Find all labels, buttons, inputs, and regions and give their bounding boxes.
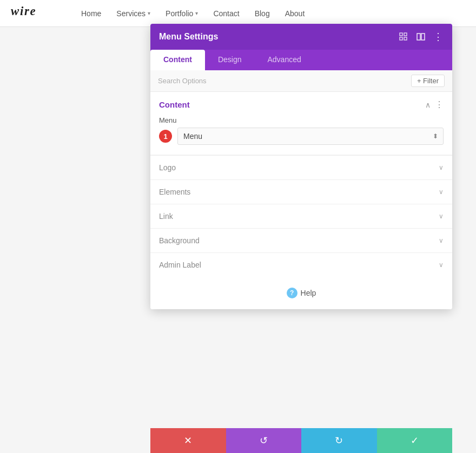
panel-search-bar: Search Options + Filter	[150, 70, 452, 92]
nav-about[interactable]: About	[285, 9, 305, 18]
accordion-logo-chevron-icon: ∨	[439, 164, 444, 171]
filter-button[interactable]: + Filter	[411, 75, 445, 87]
tab-advanced[interactable]: Advanced	[254, 50, 314, 70]
content-section: Content ∧ ⋮ Menu 1 Menu ⬍	[150, 92, 452, 155]
menu-field-label: Menu	[159, 116, 444, 124]
menu-settings-panel: Menu Settings ⋮ Content	[150, 24, 452, 309]
panel-tabs: Content Design Advanced	[150, 50, 452, 70]
undo-button[interactable]: ↺	[226, 428, 302, 453]
cancel-button[interactable]: ✕	[150, 428, 226, 453]
menu-field: Menu 1 Menu ⬍	[159, 116, 444, 145]
help-label[interactable]: Help	[301, 289, 316, 297]
redo-button[interactable]: ↻	[301, 428, 377, 453]
panel-title: Menu Settings	[159, 32, 218, 42]
accordion-link-label: Link	[159, 212, 173, 221]
menu-select-wrap: 1 Menu ⬍	[159, 128, 444, 145]
svg-text:wire: wire	[11, 4, 36, 18]
accordion-elements-chevron-icon: ∨	[439, 188, 444, 196]
nav-portfolio[interactable]: Portfolio ▾	[166, 9, 198, 18]
accordion-elements-label: Elements	[159, 188, 190, 196]
accordion-background: Background ∨	[150, 228, 452, 252]
accordion-admin-label: Admin Label ∨	[150, 252, 452, 277]
help-icon: ?	[287, 288, 298, 298]
svg-rect-3	[400, 37, 402, 40]
nav-blog[interactable]: Blog	[255, 9, 270, 18]
accordion-background-chevron-icon: ∨	[439, 237, 444, 244]
panel-body: Content ∧ ⋮ Menu 1 Menu ⬍	[150, 92, 452, 309]
step-badge: 1	[159, 130, 172, 143]
accordion-link-header[interactable]: Link ∨	[150, 204, 452, 228]
content-section-title: Content	[159, 100, 190, 109]
accordion-background-label: Background	[159, 236, 200, 245]
svg-rect-6	[421, 34, 425, 40]
services-chevron-icon: ▾	[148, 10, 150, 16]
accordion-elements-header[interactable]: Elements ∨	[150, 180, 452, 204]
accordion-admin-label-chevron-icon: ∨	[439, 261, 444, 269]
search-placeholder: Search Options	[158, 77, 207, 85]
accordion-admin-label-text: Admin Label	[159, 261, 201, 269]
nav-home[interactable]: Home	[81, 9, 101, 18]
accordion-logo-header[interactable]: Logo ∨	[150, 156, 452, 179]
section-header-controls: ∧ ⋮	[425, 99, 444, 110]
tab-content[interactable]: Content	[150, 50, 205, 70]
expand-icon[interactable]	[398, 31, 409, 42]
more-options-icon[interactable]: ⋮	[433, 31, 444, 42]
accordion-background-header[interactable]: Background ∨	[150, 229, 452, 252]
menu-select[interactable]: Menu	[177, 128, 444, 145]
accordion-logo-label: Logo	[159, 163, 176, 172]
accordion-logo: Logo ∨	[150, 155, 452, 179]
help-section: ? Help	[150, 277, 452, 309]
tab-design[interactable]: Design	[205, 50, 255, 70]
panel-header: Menu Settings ⋮	[150, 24, 452, 50]
panel-header-icons: ⋮	[398, 31, 444, 42]
nav-links: Home Services ▾ Portfolio ▾ Contact Blog…	[81, 9, 305, 18]
accordion-link: Link ∨	[150, 204, 452, 228]
svg-rect-4	[404, 37, 407, 40]
content-section-header: Content ∧ ⋮	[159, 99, 444, 110]
accordion-elements: Elements ∨	[150, 179, 452, 204]
svg-rect-2	[404, 33, 407, 36]
svg-rect-1	[400, 33, 402, 36]
nav-bar: wire Home Services ▾ Portfolio ▾ Contact…	[0, 0, 476, 27]
section-more-icon[interactable]: ⋮	[435, 99, 444, 110]
confirm-button[interactable]: ✓	[377, 428, 453, 453]
nav-services[interactable]: Services ▾	[116, 9, 150, 18]
accordion-admin-label-header[interactable]: Admin Label ∨	[150, 253, 452, 277]
columns-icon[interactable]	[415, 31, 426, 42]
svg-rect-5	[417, 34, 420, 40]
portfolio-chevron-icon: ▾	[195, 10, 198, 16]
action-bar: ✕ ↺ ↻ ✓	[150, 428, 452, 453]
site-logo: wire	[11, 4, 49, 23]
accordion-link-chevron-icon: ∨	[439, 212, 444, 220]
section-collapse-icon[interactable]: ∧	[425, 101, 431, 109]
nav-contact[interactable]: Contact	[213, 9, 239, 18]
